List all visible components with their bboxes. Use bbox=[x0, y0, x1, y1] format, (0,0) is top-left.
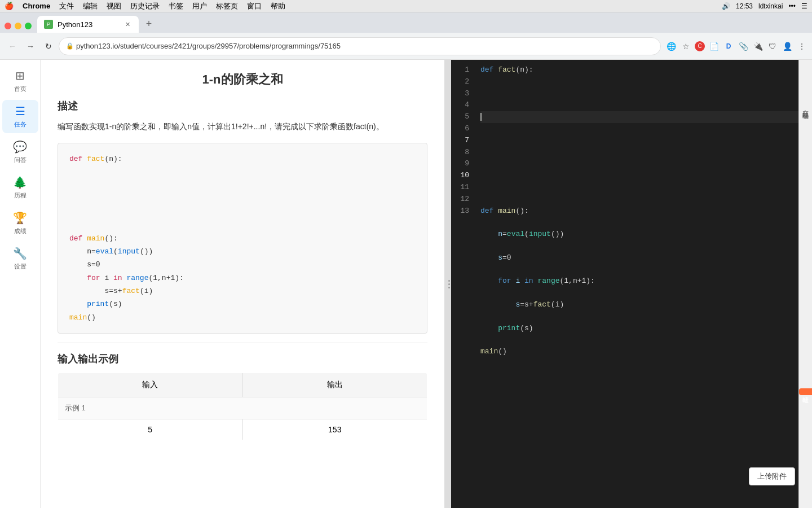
chrome-window: P Python123 ✕ + ← → ↻ 🔒 python123.io/stu… bbox=[0, 12, 812, 508]
forward-button[interactable]: → bbox=[23, 38, 38, 54]
line-num-12: 12 bbox=[451, 194, 469, 205]
sidebar-label-history: 历程 bbox=[14, 191, 27, 200]
menu-bar-right: 🔊 12:53 ldtxinkai ••• ☰ bbox=[722, 2, 807, 10]
address-input[interactable]: 🔒 python123.io/student/courses/2421/grou… bbox=[59, 37, 661, 55]
task-icon: ☰ bbox=[15, 104, 25, 118]
io-input-value: 5 bbox=[58, 419, 243, 440]
line-num-3: 3 bbox=[451, 88, 469, 100]
line-num-10: 10 bbox=[451, 170, 469, 182]
toolbar-icons: 🌐 ☆ C 📄 D 📎 🔌 🛡 👤 ⋮ bbox=[665, 41, 807, 52]
reload-button[interactable]: ↻ bbox=[41, 38, 56, 54]
problem-title: 1-n的阶乘之和 bbox=[58, 71, 427, 88]
sidebar-item-home[interactable]: ⊞ 首页 bbox=[2, 64, 38, 98]
home-icon: ⊞ bbox=[15, 69, 25, 82]
address-text: python123.io/student/courses/2421/groups… bbox=[76, 42, 341, 50]
line-num-13: 13 bbox=[451, 205, 469, 217]
line-num-5: 5 bbox=[451, 111, 469, 123]
line-num-2: 2 bbox=[451, 76, 469, 88]
problem-description: 编写函数实现1-n的阶乘之和，即输入n值，计算出1!+2!+...n!，请完成以… bbox=[58, 120, 427, 134]
window-controls bbox=[5, 23, 32, 33]
menu-bookmarks[interactable]: 书签 bbox=[169, 1, 183, 11]
profile-icon[interactable]: 👤 bbox=[782, 41, 793, 52]
translate-icon[interactable]: 🌐 bbox=[665, 41, 677, 52]
question-icon: 💬 bbox=[13, 140, 27, 154]
section-divider bbox=[58, 343, 427, 343]
speaker-icon: 🔊 bbox=[722, 2, 730, 10]
menu-options-icon[interactable]: ☰ bbox=[801, 2, 807, 10]
trophy-icon: 🏆 bbox=[13, 211, 27, 225]
new-tab-button[interactable]: + bbox=[141, 17, 157, 33]
tab-title: Python123 bbox=[58, 20, 92, 29]
menu-chrome[interactable]: Chrome bbox=[23, 2, 50, 10]
sidebar-item-settings[interactable]: 🔧 设置 bbox=[2, 242, 38, 275]
divider-dot-1 bbox=[448, 280, 450, 282]
star-icon[interactable]: ☆ bbox=[680, 41, 691, 52]
io-header-output: 输出 bbox=[242, 373, 427, 397]
username-display: ldtxinkai bbox=[758, 2, 783, 10]
chrome-ext-4[interactable]: 📎 bbox=[738, 41, 749, 52]
menu-tabs[interactable]: 标签页 bbox=[216, 1, 238, 11]
upload-attachment-button[interactable]: 上传附件 bbox=[749, 467, 795, 485]
editor-content: 1 2 3 4 5 6 7 8 9 10 11 12 13 bbox=[451, 60, 812, 508]
line-num-1: 1 bbox=[451, 64, 469, 76]
table-row: 示例 1 bbox=[58, 397, 427, 419]
feedback-button[interactable]: 吐槽 bbox=[799, 388, 812, 395]
panel-divider[interactable] bbox=[447, 60, 451, 508]
maximize-button[interactable] bbox=[25, 23, 32, 29]
chrome-ext-5[interactable]: 🔌 bbox=[752, 41, 764, 52]
menu-view[interactable]: 视图 bbox=[107, 1, 121, 11]
description-section-title: 描述 bbox=[58, 99, 427, 113]
line-num-8: 8 bbox=[451, 147, 469, 159]
security-icon: 🔒 bbox=[66, 42, 74, 50]
menu-file[interactable]: 文件 bbox=[59, 1, 74, 11]
menu-user[interactable]: 用户 bbox=[192, 1, 207, 11]
chrome-ext-3[interactable]: D bbox=[723, 41, 734, 52]
sidebar-label-settings: 设置 bbox=[14, 262, 27, 271]
table-row: 5 153 bbox=[58, 419, 427, 440]
close-button[interactable] bbox=[5, 23, 11, 29]
minimize-button[interactable] bbox=[15, 23, 21, 29]
sidebar-label-achievements: 成绩 bbox=[14, 227, 27, 235]
tab-close-button[interactable]: ✕ bbox=[123, 20, 132, 29]
tab-favicon: P bbox=[44, 20, 53, 29]
line-num-7: 7 bbox=[451, 135, 469, 147]
line-num-6: 6 bbox=[451, 123, 469, 135]
sidebar-item-question[interactable]: 💬 问答 bbox=[2, 135, 38, 169]
history-icon: 🌲 bbox=[13, 176, 27, 189]
divider-dot-3 bbox=[448, 287, 450, 288]
menu-history[interactable]: 历史记录 bbox=[130, 1, 160, 11]
back-button[interactable]: ← bbox=[5, 38, 20, 54]
vertical-label: 在线编程 bbox=[801, 105, 810, 110]
menu-window[interactable]: 窗口 bbox=[247, 1, 262, 11]
tab-bar: P Python123 ✕ + bbox=[0, 12, 812, 33]
sidebar-label-question: 问答 bbox=[14, 156, 27, 164]
vertical-label-container: 在线编程 bbox=[798, 60, 812, 508]
more-options-icon[interactable]: ⋮ bbox=[796, 41, 807, 52]
sidebar: ⊞ 首页 ☰ 任务 💬 问答 🌲 历程 🏆 成绩 🔧 设置 bbox=[0, 60, 41, 508]
io-output-value: 153 bbox=[242, 419, 427, 440]
sidebar-item-achievements[interactable]: 🏆 成绩 bbox=[2, 207, 38, 240]
line-num-9: 9 bbox=[451, 158, 469, 170]
menu-edit[interactable]: 编辑 bbox=[83, 1, 98, 11]
problem-panel: 1-n的阶乘之和 描述 编写函数实现1-n的阶乘之和，即输入n值，计算出1!+2… bbox=[41, 60, 447, 508]
chrome-ext-1[interactable]: C bbox=[695, 41, 705, 51]
line-num-4: 4 bbox=[451, 99, 469, 111]
sidebar-item-task[interactable]: ☰ 任务 bbox=[2, 100, 38, 133]
apple-logo-icon[interactable]: 🍎 bbox=[5, 2, 14, 10]
io-header-input: 输入 bbox=[58, 373, 243, 397]
sidebar-item-history[interactable]: 🌲 历程 bbox=[2, 171, 38, 204]
menu-help[interactable]: 帮助 bbox=[271, 1, 285, 11]
active-tab[interactable]: P Python123 ✕ bbox=[37, 16, 139, 33]
example-label: 示例 1 bbox=[58, 397, 427, 419]
menu-bar: 🍎 Chrome 文件 编辑 视图 历史记录 书签 用户 标签页 窗口 帮助 🔊… bbox=[0, 0, 812, 12]
chrome-ext-2[interactable]: 📄 bbox=[708, 41, 720, 52]
chrome-ext-6[interactable]: 🛡 bbox=[767, 41, 778, 52]
address-bar: ← → ↻ 🔒 python123.io/student/courses/242… bbox=[0, 33, 812, 60]
editor-code-area[interactable]: def fact(n): def main(): n=eval(input())… bbox=[474, 60, 812, 508]
line-numbers: 1 2 3 4 5 6 7 8 9 10 11 12 13 bbox=[451, 60, 474, 508]
content-area: 1-n的阶乘之和 描述 编写函数实现1-n的阶乘之和，即输入n值，计算出1!+2… bbox=[41, 60, 812, 508]
settings-icon: 🔧 bbox=[13, 247, 27, 260]
editor-panel[interactable]: 1 2 3 4 5 6 7 8 9 10 11 12 13 bbox=[451, 60, 812, 508]
io-section-title: 输入输出示例 bbox=[58, 352, 427, 366]
more-icon[interactable]: ••• bbox=[788, 2, 796, 10]
